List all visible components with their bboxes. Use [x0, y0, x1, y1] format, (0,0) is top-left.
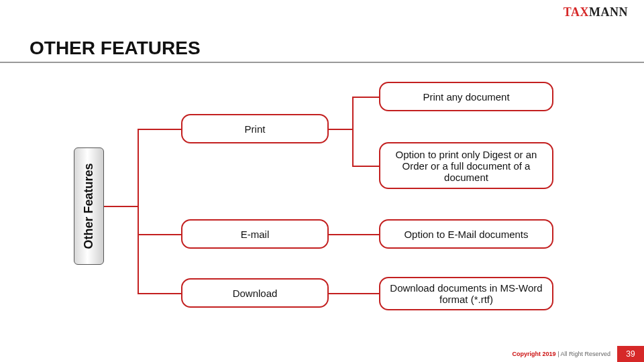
- node-print-any: Print any document: [379, 82, 553, 111]
- node-print-label: Print: [245, 123, 266, 135]
- connector-line: [138, 129, 181, 130]
- node-print: Print: [181, 114, 329, 143]
- node-download: Download: [181, 278, 329, 308]
- node-print-any-label: Print any document: [423, 91, 509, 103]
- copyright: Copyright 2019 | All Right Reserved: [513, 351, 617, 357]
- node-email: E-mail: [181, 219, 329, 249]
- connector-line: [352, 166, 379, 167]
- connector-line: [104, 206, 138, 207]
- node-email-option: Option to E-Mail documents: [379, 219, 553, 249]
- sidebar-pill: Other Features: [74, 147, 104, 265]
- connector-line: [329, 234, 379, 235]
- copyright-year: Copyright 2019: [513, 351, 556, 357]
- node-email-label: E-mail: [241, 229, 270, 240]
- brand-part1: TAX: [564, 5, 589, 19]
- copyright-rest: | All Right Reserved: [556, 351, 610, 357]
- node-print-option-label: Option to print only Digest or an Order …: [387, 149, 545, 183]
- node-email-option-label: Option to E-Mail documents: [404, 229, 528, 240]
- page-number: 39: [617, 346, 644, 362]
- node-download-option: Download documents in MS-Word format (*.…: [379, 277, 553, 310]
- node-download-label: Download: [233, 288, 278, 299]
- node-download-option-label: Download documents in MS-Word format (*.…: [387, 282, 545, 305]
- connector-line: [138, 129, 139, 293]
- connector-line: [352, 97, 379, 98]
- slide: { "brand": { "part1": "TAX", "part2": "M…: [0, 0, 644, 362]
- brand-logo: TAXMANN: [564, 5, 628, 19]
- connector-line: [329, 129, 352, 130]
- connector-line: [352, 97, 354, 167]
- connector-line: [138, 234, 181, 235]
- connector-line: [138, 293, 181, 294]
- brand-part2: MANN: [589, 5, 628, 19]
- sidebar-label: Other Features: [82, 163, 96, 249]
- page-title: OTHER FEATURES: [30, 38, 201, 59]
- node-print-option: Option to print only Digest or an Order …: [379, 142, 553, 189]
- connector-line: [329, 293, 379, 294]
- title-divider: [0, 62, 644, 63]
- footer: Copyright 2019 | All Right Reserved 39: [513, 346, 644, 362]
